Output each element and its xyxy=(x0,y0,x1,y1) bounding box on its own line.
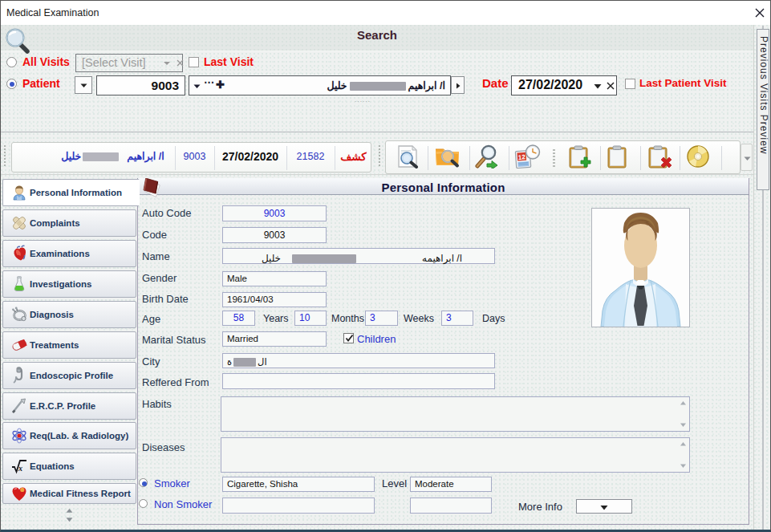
svg-text:12: 12 xyxy=(518,153,526,161)
svg-text:x: x xyxy=(18,464,22,473)
